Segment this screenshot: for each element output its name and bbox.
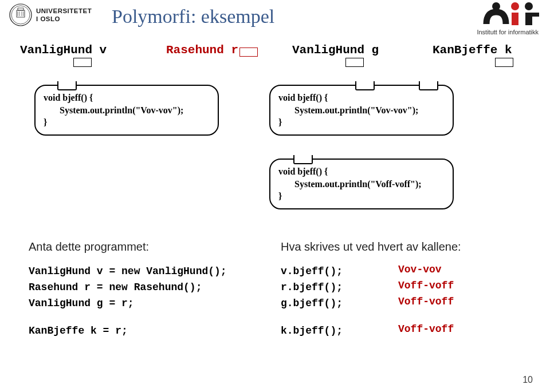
handle-icon — [495, 58, 513, 67]
svg-rect-3 — [18, 8, 23, 10]
var-v: VanligHund v — [20, 43, 92, 57]
slide-title: Polymorfi: eksempel — [112, 6, 274, 27]
svg-point-1 — [11, 6, 30, 24]
call-3: g.bjeff(); — [281, 296, 395, 312]
program-line-2: Rasehund r = new Rasehund(); — [29, 280, 269, 296]
var-r: Rasehund r — [166, 43, 258, 57]
var-g: VanligHund g — [292, 43, 364, 57]
var-k: KanBjeffe k — [433, 43, 513, 57]
output-heading: Hva skrives ut ved hvert av kallene: — [281, 240, 395, 254]
svg-rect-10 — [512, 13, 518, 25]
result-2: Voff-voff — [398, 278, 524, 294]
svg-point-0 — [10, 4, 32, 26]
call-4: k.bjeff(); — [281, 323, 395, 339]
result-1: Vov-vov — [398, 262, 524, 278]
uio-text-2: I OSLO — [36, 15, 60, 22]
department-label: Institutt for informatikk — [477, 29, 539, 35]
program-line-3: VanligHund g = r; — [29, 296, 269, 312]
code-box-vanlighund: void bjeff() { System.out.println("Vov-v… — [34, 85, 219, 136]
notch-icon — [355, 81, 375, 90]
result-3: Voff-voff — [398, 294, 524, 310]
svg-point-9 — [511, 2, 519, 10]
svg-rect-13 — [532, 13, 539, 17]
uio-logo: UNIVERSITETET I OSLO — [9, 3, 95, 27]
svg-point-11 — [525, 2, 533, 10]
code-box-rasehund-voff: void bjeff() { System.out.println("Voff-… — [269, 159, 454, 209]
call-2: r.bjeff(); — [281, 280, 395, 296]
handle-icon — [345, 58, 364, 67]
page-number: 10 — [522, 375, 533, 385]
handle-icon — [239, 47, 258, 57]
uio-text-1: UNIVERSITETET — [36, 7, 92, 14]
method-bjeff-vov-1: void bjeff() { System.out.println("Vov-v… — [44, 92, 210, 129]
code-box-kanbjeffe-vov: void bjeff() { System.out.println("Vov-v… — [269, 85, 454, 136]
ifi-logo — [482, 1, 540, 27]
notch-icon — [293, 155, 313, 164]
svg-rect-12 — [525, 13, 532, 25]
method-bjeff-vov-2: void bjeff() { System.out.println("Vov-v… — [278, 92, 445, 129]
program-line-1: VanligHund v = new VanligHund(); — [29, 264, 269, 280]
notch-icon — [419, 81, 438, 90]
program-line-4: KanBjeffe k = r; — [29, 323, 269, 339]
result-4: Voff-voff — [398, 322, 524, 338]
method-bjeff-voff: void bjeff() { System.out.println("Voff-… — [278, 165, 445, 203]
handle-icon — [73, 58, 92, 67]
program-heading: Anta dette programmet: — [29, 240, 269, 254]
notch-icon — [57, 81, 77, 90]
call-1: v.bjeff(); — [281, 264, 395, 280]
